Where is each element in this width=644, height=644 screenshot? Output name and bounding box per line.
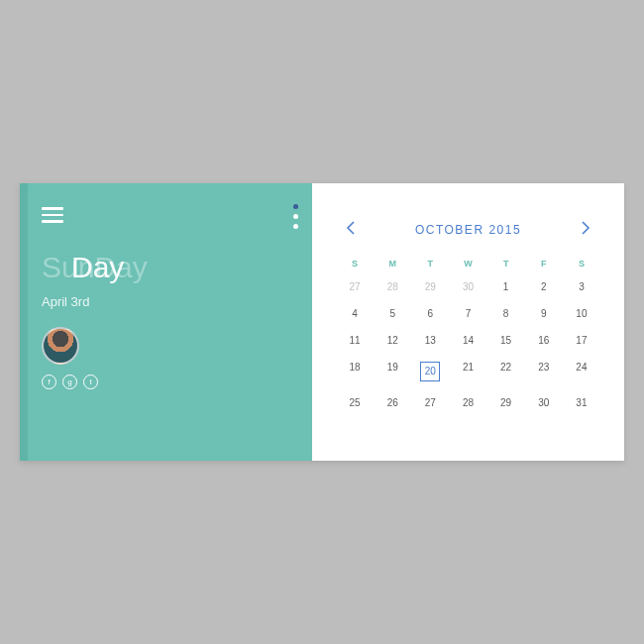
calendar-day[interactable]: 6 — [411, 305, 449, 322]
calendar-day[interactable]: 27 — [411, 394, 449, 411]
day-of-week-label: S — [336, 259, 374, 268]
hamburger-icon[interactable] — [42, 207, 290, 223]
calendar-day[interactable]: 10 — [563, 305, 600, 322]
calendar-day[interactable]: 23 — [525, 359, 563, 384]
page-dot[interactable] — [293, 214, 298, 219]
calendar-day[interactable]: 8 — [487, 305, 525, 322]
day-of-week-label: T — [411, 259, 449, 268]
page-dots[interactable] — [293, 199, 298, 234]
calendar-day[interactable]: 31 — [563, 394, 600, 411]
calendar-day[interactable]: 28 — [374, 278, 411, 295]
calendar-header: OCTOBER 2015 — [342, 217, 594, 243]
calendar-day[interactable]: 29 — [487, 394, 525, 411]
calendar-day[interactable]: 25 — [336, 394, 374, 411]
calendar-day[interactable]: 29 — [411, 278, 449, 295]
day-title-front: Day — [71, 251, 124, 284]
calendar-panel: OCTOBER 2015 SMTWTFS27282930123456789101… — [312, 183, 624, 461]
calendar-card: SunDay Day April 3rd fgt OCTOBER 2015 SM… — [20, 183, 624, 461]
calendar-day[interactable]: 4 — [336, 305, 374, 322]
calendar-day[interactable]: 7 — [449, 305, 486, 322]
left-accent-bar — [20, 183, 28, 461]
page-dot[interactable] — [293, 224, 298, 229]
calendar-day[interactable]: 17 — [563, 332, 600, 349]
calendar-day[interactable]: 19 — [374, 359, 411, 384]
page-dot[interactable] — [293, 204, 298, 209]
calendar-day[interactable]: 9 — [525, 305, 563, 322]
profile-panel: SunDay Day April 3rd fgt — [20, 183, 312, 461]
calendar-day[interactable]: 16 — [525, 332, 563, 349]
calendar-day[interactable]: 21 — [449, 359, 486, 384]
calendar-title: OCTOBER 2015 — [415, 223, 521, 237]
calendar-day-selected[interactable]: 20 — [411, 359, 449, 384]
day-of-week-label: F — [525, 259, 563, 268]
day-title: SunDay Day — [42, 251, 290, 290]
date-subtitle: April 3rd — [42, 294, 290, 309]
calendar-day[interactable]: 30 — [449, 278, 486, 295]
facebook-icon[interactable]: f — [42, 375, 56, 389]
calendar-day[interactable]: 3 — [563, 278, 600, 295]
day-of-week-label: M — [374, 259, 411, 268]
day-of-week-label: S — [563, 259, 600, 268]
social-row: fgt — [42, 375, 290, 389]
calendar-day[interactable]: 12 — [374, 332, 411, 349]
calendar-day[interactable]: 5 — [374, 305, 411, 322]
prev-month-button[interactable] — [342, 217, 360, 243]
calendar-grid: SMTWTFS272829301234567891011121314151617… — [336, 259, 600, 411]
calendar-day[interactable]: 26 — [374, 394, 411, 411]
next-month-button[interactable] — [577, 217, 594, 243]
calendar-day[interactable]: 30 — [525, 394, 563, 411]
day-of-week-label: T — [487, 259, 525, 268]
day-of-week-label: W — [449, 259, 486, 268]
twitter-icon[interactable]: t — [83, 375, 98, 389]
calendar-day[interactable]: 15 — [487, 332, 525, 349]
calendar-day[interactable]: 13 — [411, 332, 449, 349]
calendar-day[interactable]: 1 — [487, 278, 525, 295]
calendar-day[interactable]: 11 — [336, 332, 374, 349]
calendar-day[interactable]: 24 — [563, 359, 600, 384]
calendar-day[interactable]: 28 — [449, 394, 486, 411]
google-plus-icon[interactable]: g — [62, 375, 77, 389]
calendar-day[interactable]: 22 — [487, 359, 525, 384]
calendar-day[interactable]: 27 — [336, 278, 374, 295]
calendar-day[interactable]: 14 — [449, 332, 486, 349]
avatar[interactable] — [42, 327, 79, 365]
calendar-day[interactable]: 18 — [336, 359, 374, 384]
calendar-day[interactable]: 2 — [525, 278, 563, 295]
